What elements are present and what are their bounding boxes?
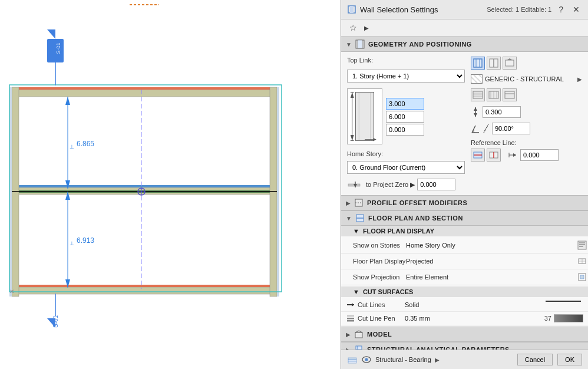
settings-panel: Wall Selection Settings Selected: 1 Edit…: [341, 0, 588, 369]
show-projection-label: Show Projection: [341, 274, 406, 281]
svg-text:6.865: 6.865: [77, 140, 94, 148]
geometry-section-title: GEOMETRY AND POSITIONING: [368, 41, 472, 48]
model-section-header[interactable]: ▶ MODEL: [341, 327, 588, 342]
model-icon: [354, 330, 364, 339]
ok-button[interactable]: OK: [557, 354, 582, 365]
fp-display-arrow: ▼: [353, 228, 359, 235]
svg-rect-60: [506, 60, 514, 66]
top-link-select[interactable]: 1. Story (Home + 1): [347, 70, 465, 83]
material-swatch: [471, 74, 483, 84]
svg-text:⊥: ⊥: [70, 144, 74, 150]
svg-marker-51: [374, 138, 376, 141]
svg-marker-74: [474, 113, 477, 117]
floor-plan-title: FLOOR PLAN AND SECTION: [368, 215, 463, 222]
favorite-button[interactable]: ☆: [347, 22, 359, 34]
home-story-select[interactable]: 0. Ground Floor (Current): [347, 161, 465, 174]
offset-input[interactable]: [483, 106, 521, 118]
to-project-icon: [347, 179, 364, 190]
show-on-stories-icon[interactable]: [576, 239, 588, 251]
pattern-2-btn[interactable]: [487, 88, 501, 101]
help-button[interactable]: ?: [556, 4, 566, 15]
cut-pen-icon: [346, 314, 355, 323]
panel-title-bar: Wall Selection Settings Selected: 1 Edit…: [341, 0, 588, 19]
svg-rect-42: [356, 92, 374, 140]
svg-rect-2: [12, 87, 277, 90]
dim1-row: [386, 98, 424, 110]
svg-rect-4: [12, 185, 277, 187]
cancel-button[interactable]: Cancel: [517, 354, 553, 365]
svg-rect-113: [348, 360, 356, 361]
wall-diagram: [347, 88, 382, 144]
pen-preview: [554, 314, 583, 322]
ref-line-btn1[interactable]: [471, 149, 485, 162]
pattern-1-btn[interactable]: [471, 88, 485, 101]
geo-right: GENERIC - STRUCTURAL ▶: [471, 57, 582, 190]
structural-icon: [354, 345, 364, 350]
cut-surfaces-arrow: ▼: [353, 288, 359, 295]
svg-text:S-01: S-01: [52, 315, 59, 328]
title-left: Wall Selection Settings: [347, 5, 438, 14]
svg-line-77: [484, 124, 488, 133]
angle-icon: [471, 123, 480, 134]
floor-plan-section-body: ▼ FLOOR PLAN DISPLAY Show on Stories Hom…: [341, 226, 588, 327]
layer-dropdown-arrow[interactable]: ▶: [435, 357, 440, 363]
svg-marker-83: [513, 153, 516, 157]
home-story-label: Home Story:: [347, 150, 383, 157]
layer-icon: [347, 354, 358, 365]
svg-rect-70: [505, 91, 514, 98]
svg-text:✕: ✕: [9, 288, 14, 295]
selected-info: Selected: 1 Editable: 1: [487, 6, 551, 13]
svg-rect-1: [12, 90, 277, 97]
svg-rect-103: [355, 332, 362, 338]
cut-surfaces-title: CUT SURFACES: [363, 288, 414, 295]
profile-offset-title: PROFILE OFFSET MODIFIERS: [367, 199, 467, 206]
cut-line-pen-value: 0.35 mm: [405, 315, 544, 322]
floor-plan-icon: [355, 213, 365, 223]
svg-rect-41: [358, 40, 362, 48]
ref-line-input[interactable]: [520, 149, 559, 161]
cut-line-pen-label: Cut Line Pen: [358, 315, 405, 322]
top-link-row: Top Link:: [347, 57, 465, 64]
bottom-bar-left: Structural - Bearing ▶: [347, 354, 513, 365]
svg-text:⊥: ⊥: [70, 240, 74, 246]
show-projection-icon[interactable]: [576, 271, 588, 283]
ref-line-btn2[interactable]: [487, 149, 501, 162]
svg-rect-11: [277, 87, 279, 296]
floor-plan-section-header[interactable]: ▼ FLOOR PLAN AND SECTION: [341, 210, 588, 226]
geometry-icon: [355, 39, 365, 49]
close-button[interactable]: ✕: [570, 4, 582, 15]
wall-type-1-btn[interactable]: [471, 57, 485, 70]
top-link-label: Top Link:: [347, 57, 373, 64]
angle-input[interactable]: [492, 123, 530, 134]
cut-surfaces-header[interactable]: ▼ CUT SURFACES: [341, 286, 588, 297]
dim2-input[interactable]: [386, 111, 424, 123]
svg-rect-112: [348, 358, 356, 360]
home-story-label-row: Home Story:: [347, 150, 465, 157]
to-project-input[interactable]: [417, 179, 455, 190]
reference-line-label: Reference Line:: [471, 139, 517, 146]
geometry-section-body: Top Link: 1. Story (Home + 1): [341, 52, 588, 195]
svg-rect-114: [348, 361, 356, 363]
fp-display-title: FLOOR PLAN DISPLAY: [363, 228, 434, 235]
panel-content[interactable]: ☆ ▶ ▼ GEOMETRY AND POSITIONING Top Link:: [341, 19, 588, 350]
floor-plan-display-icon[interactable]: [576, 255, 588, 267]
dim1-input[interactable]: [386, 98, 424, 110]
wall-type-2-btn[interactable]: [487, 57, 501, 70]
dim3-input[interactable]: [386, 124, 424, 136]
material-arrow[interactable]: ▶: [577, 76, 582, 83]
profile-offset-section-header[interactable]: ▶ PROFILE OFFSET MODIFIERS: [341, 195, 588, 210]
svg-marker-99: [352, 303, 354, 307]
svg-rect-39: [350, 6, 354, 13]
cut-lines-label: Cut Lines: [358, 301, 405, 308]
geometry-section-header[interactable]: ▼ GEOMETRY AND POSITIONING: [341, 37, 588, 52]
expand-button[interactable]: ▶: [362, 24, 371, 32]
floor-plan-display-header[interactable]: ▼ FLOOR PLAN DISPLAY: [341, 226, 588, 236]
svg-marker-104: [355, 331, 362, 332]
dimension-inputs: [386, 98, 424, 136]
pattern-3-btn[interactable]: [503, 88, 517, 101]
wall-type-3-btn[interactable]: [503, 57, 517, 70]
svg-text:6.913: 6.913: [77, 236, 94, 245]
cut-lines-row: Cut Lines Solid: [341, 298, 588, 312]
svg-marker-61: [507, 58, 513, 60]
structural-section-header[interactable]: ▶ STRUCTURAL ANALYTICAL PARAMETERS: [341, 342, 588, 350]
